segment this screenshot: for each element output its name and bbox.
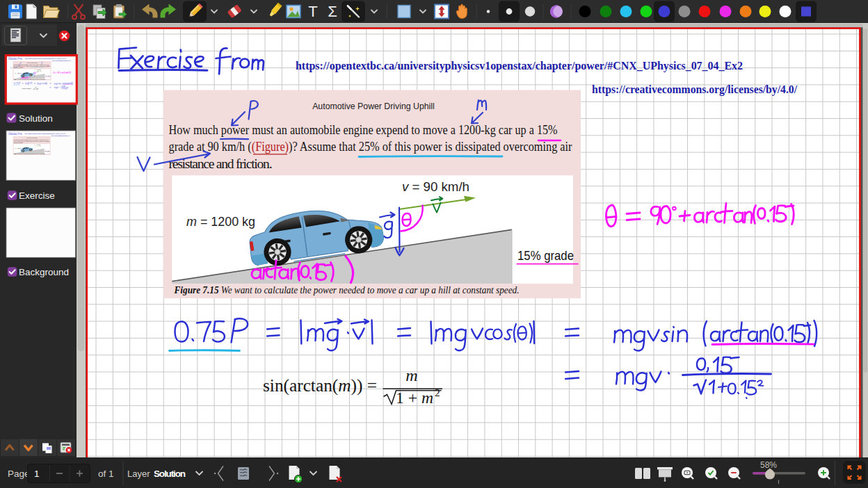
svg-text:Solution: Solution: [19, 113, 53, 124]
svg-text:58%: 58%: [760, 460, 777, 470]
svg-text:1: 1: [34, 469, 40, 479]
svg-text:Page: Page: [8, 469, 30, 479]
svg-text:Σ: Σ: [328, 3, 337, 20]
svg-text:T: T: [308, 3, 317, 20]
svg-text:v = 90 km/h: v = 90 km/h: [402, 179, 469, 194]
svg-text:15% grade: 15% grade: [517, 248, 574, 263]
svg-text:Figure 7.15 We want to calcula: Figure 7.15 We want to calculate the pow…: [174, 284, 520, 295]
svg-text:How much power must an automob: How much power must an automobile engine…: [169, 122, 558, 137]
svg-text:of 1: of 1: [98, 469, 114, 479]
svg-text:https://creativecommons.org/li: https://creativecommons.org/licenses/by/…: [592, 83, 798, 96]
svg-text:2: 2: [435, 387, 440, 398]
svg-text:https://opentextbc.ca/universi: https://opentextbc.ca/universityphysicsv…: [296, 59, 743, 72]
svg-text:Exercise: Exercise: [19, 190, 55, 201]
svg-text:Layer: Layer: [127, 469, 150, 479]
svg-text:1 + m: 1 + m: [396, 389, 433, 407]
svg-text:Automotive Power Driving Uphil: Automotive Power Driving Uphill: [312, 101, 435, 111]
svg-text:Background: Background: [19, 267, 69, 277]
svg-text:grade at 90 km/h ((Figure))? A: grade at 90 km/h ((Figure))? Assume that…: [169, 139, 572, 154]
svg-text:Solution: Solution: [154, 469, 186, 479]
svg-text:sin(arctan(m)) =: sin(arctan(m)) =: [263, 375, 377, 396]
svg-text:m: m: [405, 366, 417, 384]
svg-text:m = 1200 kg: m = 1200 kg: [186, 214, 255, 229]
